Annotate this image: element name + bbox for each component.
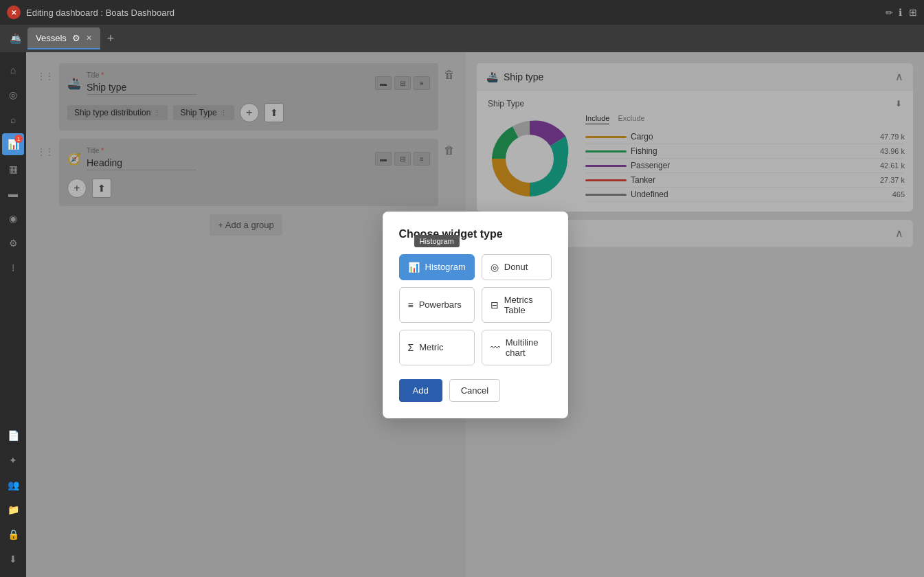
powerbars-label: Powerbars [419,299,462,310]
sidebar-item-doc[interactable]: 📄 [2,425,24,446]
sidebar-item-home[interactable]: ⌂ [2,59,24,81]
metrics-table-label: Metrics Table [504,295,543,315]
sidebar-item-lock[interactable]: 🔒 [2,523,24,545]
main-layout: ⌂ ◎ ⌕ 📊 1 ▦ ▬ ◉ ⚙ ⁞ 📄 ✦ 👥 📁 🔒 ⬇ ⋮⋮ [0,52,924,577]
tab-label: Vessels [36,33,67,43]
content-area: ⋮⋮ 🚢 Title * ▬ ⊟ ≡ [26,52,924,577]
histogram-option[interactable]: 📊 Histogram [399,254,475,280]
topbar: ✕ Editing dashboard : Boats Dashboard ✏ … [0,0,924,25]
edit-icon[interactable]: ✏ [886,8,893,18]
powerbars-icon: ≡ [408,299,414,310]
metric-option[interactable]: Σ Metric [399,330,475,365]
modal-overlay: Choose widget type Histogram 📊 Histogram… [26,52,924,577]
tab-close-icon[interactable]: ✕ [86,34,92,43]
topbar-icons: ℹ ⊞ [899,7,917,18]
sidebar-badge: 1 [14,135,23,143]
sidebar-item-bar[interactable]: ▬ [2,183,24,205]
add-tab-button[interactable]: + [107,32,115,46]
sidebar-item-settings[interactable]: ⚙ [2,232,24,254]
widget-options-grid: Histogram 📊 Histogram ◎ Donut ≡ [399,254,552,365]
sidebar-item-users[interactable]: 👥 [2,474,24,496]
tabbar: 🚢 Vessels ⚙ ✕ + [0,25,924,52]
metric-label: Metric [419,342,443,352]
metrics-table-icon: ⊟ [491,299,499,310]
histogram-label: Histogram [425,262,466,272]
modal-actions: Add Cancel [399,379,552,402]
sidebar-item-table[interactable]: ▦ [2,158,24,180]
sidebar-item-search[interactable]: ⌕ [2,109,24,131]
powerbars-option[interactable]: ≡ Powerbars [399,287,475,323]
sidebar-item-download[interactable]: ⬇ [2,548,24,570]
donut-icon: ◎ [491,262,499,273]
sidebar-item-chart[interactable]: 📊 1 [2,133,24,155]
donut-label: Donut [504,262,528,272]
cancel-button[interactable]: Cancel [449,379,500,402]
tab-settings-icon[interactable]: ⚙ [72,33,80,43]
sidebar-item-alert[interactable]: ◉ [2,207,24,229]
add-button[interactable]: Add [399,379,442,402]
metrics-table-option[interactable]: ⊟ Metrics Table [482,287,552,323]
sidebar-item-dots[interactable]: ⁞ [2,257,24,279]
multiline-chart-icon: 〰 [491,342,500,353]
sidebar: ⌂ ◎ ⌕ 📊 1 ▦ ▬ ◉ ⚙ ⁞ 📄 ✦ 👥 📁 🔒 ⬇ [0,52,26,577]
sidebar-item-folder[interactable]: 📁 [2,499,24,521]
histogram-option-wrapper: Histogram 📊 Histogram [399,254,475,280]
sidebar-item-map[interactable]: ◎ [2,84,24,106]
multiline-chart-option[interactable]: 〰 Multiline chart [482,330,552,365]
grid-icon[interactable]: ⊞ [909,7,917,18]
app-logo: ✕ [7,5,21,19]
app-title: Editing dashboard : Boats Dashboard [26,8,880,18]
info-icon[interactable]: ℹ [899,7,902,18]
multiline-chart-label: Multiline chart [506,337,543,358]
modal-title: Choose widget type [399,228,552,240]
tab-vessels[interactable]: Vessels ⚙ ✕ [27,27,100,49]
metric-icon: Σ [408,342,414,353]
sidebar-item-network[interactable]: ✦ [2,449,24,471]
choose-widget-modal: Choose widget type Histogram 📊 Histogram… [383,212,568,418]
histogram-icon: 📊 [408,262,420,273]
donut-option[interactable]: ◎ Donut [482,254,552,280]
vessels-nav-icon: 🚢 [5,29,25,48]
